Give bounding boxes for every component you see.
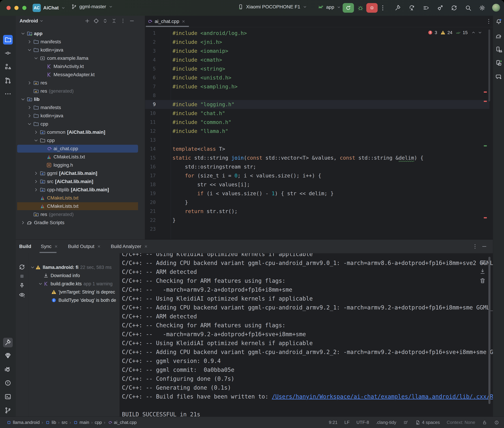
tree-row-ai-chat-cpp[interactable]: ai_chat.cpp: [16, 145, 145, 153]
tree-row-res[interactable]: res: [16, 79, 145, 87]
gradle-sync-button[interactable]: [451, 4, 458, 12]
chevron-down-icon[interactable]: [20, 97, 26, 102]
prev-problem-chevron-up-icon[interactable]: [471, 30, 476, 35]
tree-row-cpp[interactable]: cpp: [16, 120, 145, 128]
tool-window-button-running-devices[interactable]: [495, 59, 502, 66]
chevron-right-icon[interactable]: [27, 113, 32, 118]
close-icon[interactable]: [97, 244, 101, 249]
error-circle-icon[interactable]: [494, 420, 499, 425]
build-tree-row[interactable]: build.gradle.ktsapp 1 warning: [28, 280, 120, 288]
minus-icon[interactable]: [129, 18, 135, 24]
build-options-kebab-icon[interactable]: [472, 243, 478, 249]
chevron-down-icon[interactable]: [30, 265, 35, 270]
chevron-right-icon[interactable]: [20, 220, 26, 225]
tool-window-button-notifications-bell[interactable]: [495, 18, 502, 25]
tool-window-button-structure[interactable]: [4, 63, 12, 71]
eye-icon[interactable]: [18, 291, 25, 298]
build-log-scrollbar[interactable]: [488, 257, 490, 404]
chevron-right-icon[interactable]: [27, 105, 32, 110]
code-line-3[interactable]: 3#include <iomanip>: [145, 47, 489, 56]
inspections-widget-icon[interactable]: [403, 420, 408, 425]
debug-app-button[interactable]: [357, 4, 364, 12]
chevron-down-icon[interactable]: [33, 56, 39, 61]
apply-code-changes-button[interactable]: [423, 4, 429, 12]
rerun-app-button[interactable]: [343, 3, 354, 13]
tool-window-button-build-hammer[interactable]: [3, 338, 13, 347]
tree-row-messageadapter-kt[interactable]: MessageAdapter.kt: [16, 71, 145, 79]
code-line-20[interactable]: 20 }: [145, 198, 489, 207]
code-line-12[interactable]: 12#include "llama.h": [145, 127, 489, 136]
tree-row-ggml[interactable]: ggml[AiChat.lib.main]: [16, 169, 145, 177]
stop-app-button[interactable]: [366, 3, 378, 13]
minimize-window-button[interactable]: [14, 6, 18, 10]
tree-row-cmakelists-txt[interactable]: CMakeLists.txt: [16, 153, 145, 161]
vcs-branch-widget[interactable]: ggml-master: [71, 4, 113, 10]
build-tree-row[interactable]: Download info: [28, 272, 120, 280]
soft-wrap-icon[interactable]: [479, 259, 486, 266]
tree-row-res[interactable]: res(generated): [16, 87, 145, 95]
expand-all-icon[interactable]: [102, 18, 108, 24]
tool-window-button-more[interactable]: [4, 90, 12, 98]
chevron-right-icon[interactable]: [33, 179, 39, 184]
chevron-down-icon[interactable]: [27, 121, 32, 127]
tree-row-cmakelists-txt[interactable]: CMakeLists.txt: [16, 202, 145, 210]
tool-window-button-problems[interactable]: [4, 379, 12, 387]
context-indicator[interactable]: Context: None: [447, 420, 475, 425]
project-widget[interactable]: AC AiChat: [33, 4, 66, 12]
code-line-5[interactable]: 5#include <string>: [145, 64, 489, 73]
tool-window-button-git-branch[interactable]: [4, 407, 12, 414]
file-encoding[interactable]: UTF-8: [357, 420, 369, 425]
close-icon[interactable]: [144, 244, 148, 249]
chevron-down-icon[interactable]: [39, 19, 44, 23]
code-line-16[interactable]: 16 std::ostringstream str;: [145, 162, 489, 171]
sync-refresh-icon[interactable]: [18, 263, 25, 271]
chevron-right-icon[interactable]: [27, 39, 32, 45]
indent-setting[interactable]: 4 spaces: [422, 420, 440, 425]
tree-row-cpp-httplib[interactable]: cpp-httplib[AiChat.lib.main]: [16, 186, 145, 194]
tree-row-gradle-scripts[interactable]: Gradle Scripts: [16, 219, 145, 227]
chevron-down-icon[interactable]: [33, 138, 39, 143]
code-line-9[interactable]: 9#include "logging.h": [145, 100, 489, 109]
code-line-17[interactable]: 17 for (size_t i = 0; i < values.size();…: [145, 171, 489, 180]
tool-window-button-project-folder[interactable]: [3, 35, 13, 45]
tree-row-cmakelists-txt[interactable]: CMakeLists.txt: [16, 194, 145, 202]
code-line-10[interactable]: 10#include "chat.h": [145, 109, 489, 118]
build-output-path-link[interactable]: /Users/hanyin/Workspace/ai-chat/examples…: [272, 393, 493, 400]
code-line-21[interactable]: 21 return str.str();: [145, 207, 489, 216]
project-view-selector[interactable]: Android: [19, 18, 38, 24]
chevron-right-icon[interactable]: [33, 130, 39, 135]
tree-row-res[interactable]: res(generated): [16, 210, 145, 219]
kebab-icon[interactable]: [120, 18, 126, 24]
analyzer-config[interactable]: .clang-tidy: [376, 420, 396, 425]
plus-icon[interactable]: [84, 18, 90, 24]
code-line-18[interactable]: 18 str << values[i];: [145, 180, 489, 189]
chevron-right-icon[interactable]: [33, 171, 39, 176]
chevron-down-icon[interactable]: [27, 47, 32, 53]
breadcrumb-item-ai-chat-cpp[interactable]: ai_chat.cpp: [107, 420, 137, 425]
pin-icon[interactable]: [18, 282, 25, 289]
tree-row-kotlin-java[interactable]: kotlin+java: [16, 46, 145, 54]
tool-window-button-commit[interactable]: [4, 49, 12, 57]
code-line-7[interactable]: 7#include <sampling.h>: [145, 82, 489, 91]
code-line-8[interactable]: 8: [145, 91, 489, 100]
tool-window-button-terminal[interactable]: [4, 393, 12, 400]
chevron-right-icon[interactable]: [33, 187, 39, 192]
build-tab-sync[interactable]: Sync: [41, 240, 58, 253]
tree-row-kotlin-java[interactable]: kotlin+java: [16, 112, 145, 120]
tool-window-button-gemini-chat[interactable]: [495, 73, 502, 81]
tree-row-app[interactable]: app: [16, 29, 145, 38]
collapse-all-icon[interactable]: [111, 18, 117, 24]
scroll-end-icon[interactable]: [479, 268, 486, 275]
build-tab-build-output[interactable]: Build Output: [68, 240, 101, 253]
tree-row-cpp[interactable]: cpp: [16, 136, 145, 145]
tool-window-button-app-insights-gem[interactable]: [4, 352, 12, 359]
breadcrumb-item-main[interactable]: main: [73, 420, 89, 425]
breadcrumb-item-src[interactable]: src: [61, 420, 68, 425]
close-icon[interactable]: [54, 244, 58, 249]
code-line-11[interactable]: 11#include "common.h": [145, 118, 489, 127]
tool-window-button-logcat-cat[interactable]: [4, 365, 12, 373]
line-ending[interactable]: LF: [344, 420, 350, 425]
editor-tab-ai-chat-cpp[interactable]: ai_chat.cpp: [147, 16, 186, 27]
caret-position[interactable]: 9:21: [329, 420, 338, 425]
code-line-4[interactable]: 4#include <cmath>: [145, 56, 489, 64]
